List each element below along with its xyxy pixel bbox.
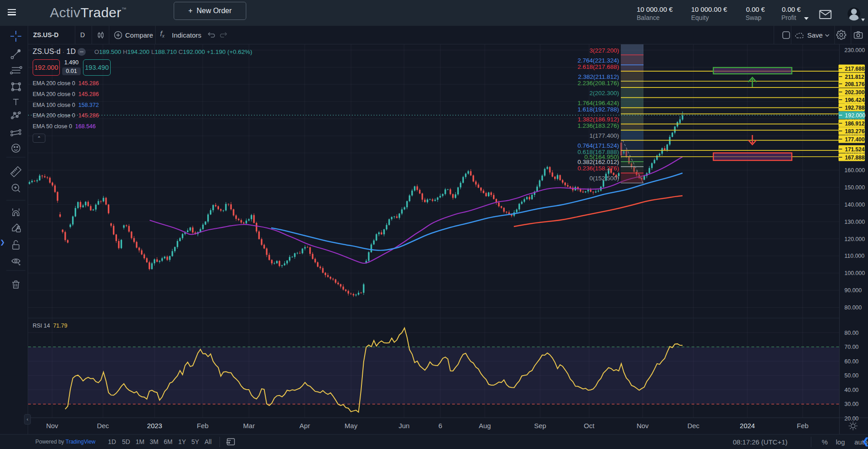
- svg-text:130.000: 130.000: [844, 219, 865, 225]
- svg-text:171.524: 171.524: [845, 146, 865, 153]
- svg-text:Nov: Nov: [46, 422, 59, 430]
- svg-text:Dec: Dec: [688, 422, 700, 430]
- svg-text:196.424: 196.424: [845, 97, 865, 103]
- svg-text:217.688: 217.688: [845, 66, 865, 72]
- svg-text:Feb: Feb: [797, 422, 809, 430]
- svg-text:150.000: 150.000: [844, 184, 865, 191]
- svg-text:Dec: Dec: [97, 422, 109, 430]
- svg-text:140.000: 140.000: [844, 202, 865, 208]
- svg-text:160.000: 160.000: [844, 167, 865, 174]
- svg-text:1(177.400): 1(177.400): [590, 132, 619, 139]
- svg-text:2023: 2023: [147, 422, 162, 430]
- svg-text:167.888: 167.888: [845, 154, 865, 161]
- svg-text:1.382(186.912): 1.382(186.912): [577, 116, 619, 123]
- svg-text:30.00: 30.00: [844, 401, 858, 407]
- svg-text:70.00: 70.00: [844, 344, 858, 350]
- svg-text:80.00: 80.00: [844, 330, 858, 336]
- svg-text:1.236(183.276): 1.236(183.276): [577, 122, 619, 129]
- svg-text:192.000: 192.000: [845, 112, 865, 119]
- svg-text:90.000: 90.000: [844, 287, 862, 294]
- svg-text:Mar: Mar: [243, 422, 255, 430]
- svg-text:211.812: 211.812: [845, 74, 864, 80]
- svg-text:Feb: Feb: [197, 422, 209, 430]
- svg-text:2.382(211.812): 2.382(211.812): [578, 73, 619, 80]
- svg-text:40.00: 40.00: [844, 387, 858, 393]
- svg-text:208.176: 208.176: [845, 81, 865, 87]
- svg-text:Oct: Oct: [584, 422, 595, 430]
- svg-text:50.00: 50.00: [844, 372, 858, 379]
- svg-text:0.764(171.524): 0.764(171.524): [577, 142, 619, 149]
- svg-text:0(152.500): 0(152.500): [590, 175, 619, 182]
- svg-text:6: 6: [439, 422, 442, 430]
- svg-text:100.000: 100.000: [844, 270, 865, 276]
- svg-text:183.276: 183.276: [845, 128, 865, 135]
- svg-text:1.618(192.788): 1.618(192.788): [577, 106, 619, 113]
- svg-text:120.000: 120.000: [844, 236, 865, 242]
- svg-text:Nov: Nov: [637, 422, 649, 430]
- svg-text:Aug: Aug: [479, 422, 491, 430]
- svg-text:2.236(208.176): 2.236(208.176): [577, 80, 619, 87]
- svg-text:177.400: 177.400: [845, 136, 865, 143]
- svg-text:202.300: 202.300: [845, 89, 865, 96]
- svg-text:Apr: Apr: [299, 422, 310, 430]
- svg-text:May: May: [345, 422, 358, 430]
- svg-text:Sep: Sep: [534, 422, 546, 430]
- svg-text:20.00: 20.00: [844, 415, 858, 422]
- svg-text:2024: 2024: [740, 422, 755, 430]
- svg-text:2(202.300): 2(202.300): [590, 90, 619, 97]
- svg-text:110.000: 110.000: [844, 253, 864, 259]
- svg-text:80.000: 80.000: [844, 304, 862, 311]
- svg-text:3(227.200): 3(227.200): [590, 47, 619, 54]
- svg-text:192.788: 192.788: [845, 105, 865, 111]
- svg-text:Jun: Jun: [399, 422, 410, 430]
- svg-text:186.912: 186.912: [845, 121, 865, 127]
- svg-text:2.764(221.324): 2.764(221.324): [577, 57, 619, 64]
- svg-text:0.236(158.376): 0.236(158.376): [577, 165, 619, 172]
- svg-text:0.382(162.012): 0.382(162.012): [577, 159, 619, 165]
- svg-text:60.00: 60.00: [844, 358, 858, 365]
- svg-text:230.000: 230.000: [844, 47, 865, 53]
- svg-text:2.618(217.688): 2.618(217.688): [577, 63, 619, 70]
- svg-text:1.764(196.424): 1.764(196.424): [577, 100, 619, 106]
